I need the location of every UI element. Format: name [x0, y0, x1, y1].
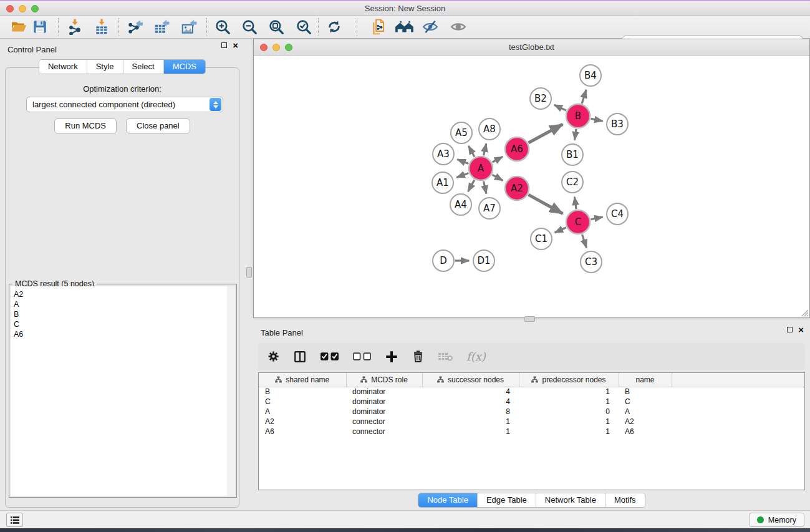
select-all-checkboxes-icon[interactable]	[320, 351, 339, 362]
node-table-container[interactable]: shared nameMCDS rolesuccessor nodesprede…	[258, 372, 805, 490]
close-panel-icon[interactable]: ×	[233, 42, 238, 48]
cell-successor_nodes[interactable]: 8	[422, 407, 519, 417]
network-graph-canvas[interactable]: B4B2BB3A5A8A6B1A3AA1C2A2A4A7C4CC1C3DD1	[254, 56, 809, 317]
refresh-layout-icon[interactable]	[326, 19, 342, 35]
zoom-selected-icon[interactable]	[296, 19, 312, 35]
cell-successor_nodes[interactable]: 4	[422, 397, 519, 407]
graph-node-C2[interactable]: C2	[562, 172, 583, 193]
cell-mcds_role[interactable]: dominator	[346, 407, 422, 417]
graph-edge-C-C1[interactable]	[555, 228, 566, 233]
cell-successor_nodes[interactable]: 4	[422, 387, 519, 397]
cell-shared_name[interactable]: B	[259, 387, 346, 397]
cell-shared_name[interactable]: A2	[259, 417, 346, 427]
table-row[interactable]: A2connector11A2	[259, 417, 804, 427]
graph-node-C1[interactable]: C1	[531, 228, 552, 249]
zoom-out-icon[interactable]	[241, 19, 258, 35]
cell-name[interactable]: A2	[619, 417, 672, 427]
cell-successor_nodes[interactable]: 1	[422, 427, 519, 437]
graph-edge-A2-C[interactable]	[528, 195, 562, 213]
graph-node-A4[interactable]: A4	[450, 194, 471, 215]
clone-network-icon[interactable]	[370, 19, 387, 35]
export-image-icon[interactable]	[181, 19, 197, 35]
graph-edge-A6-B[interactable]	[528, 124, 562, 143]
table-row[interactable]: A6connector11A6	[259, 427, 804, 437]
show-graphics-details-icon[interactable]	[450, 19, 466, 35]
export-table-icon[interactable]	[153, 19, 170, 35]
mcds-result-item[interactable]: A6	[11, 329, 235, 339]
cell-name[interactable]: B	[619, 387, 672, 397]
column-layout-icon[interactable]	[293, 350, 307, 364]
graph-edge-A-A1[interactable]	[456, 173, 468, 177]
mcds-result-item[interactable]: B	[11, 309, 235, 319]
graph-node-A1[interactable]: A1	[432, 172, 453, 193]
window-resize-grip[interactable]	[800, 308, 809, 317]
cell-shared_name[interactable]: A6	[259, 427, 346, 437]
table-row[interactable]: Adominator80A	[259, 407, 804, 417]
graph-edge-A-A8[interactable]	[484, 143, 486, 155]
tab-network[interactable]: Network	[39, 60, 87, 74]
cell-predecessor_nodes[interactable]: 1	[519, 387, 619, 397]
hide-graphics-details-icon[interactable]	[422, 19, 438, 35]
graph-node-A8[interactable]: A8	[479, 118, 500, 140]
graph-edge-A-A7[interactable]	[483, 181, 486, 194]
mcds-result-item[interactable]: A	[11, 299, 235, 309]
mcds-result-list[interactable]: A2ABCA6	[11, 286, 235, 496]
import-network-icon[interactable]	[67, 19, 83, 35]
tab-edge-table[interactable]: Edge Table	[477, 493, 536, 507]
cell-mcds_role[interactable]: connector	[346, 417, 422, 427]
graph-edge-C-C2[interactable]	[574, 197, 576, 210]
graph-edge-C-C4[interactable]	[591, 217, 603, 220]
memory-button[interactable]: Memory	[749, 513, 804, 527]
graph-node-B2[interactable]: B2	[530, 88, 551, 109]
graph-edge-C-C3[interactable]	[582, 235, 587, 248]
cell-name[interactable]: C	[619, 397, 672, 407]
graph-node-C4[interactable]: C4	[607, 203, 628, 225]
show-all-panels-icon[interactable]	[395, 19, 415, 35]
graph-edge-A-A4[interactable]	[468, 180, 475, 191]
vertical-splitter-handle[interactable]	[246, 267, 252, 278]
graph-node-A3[interactable]: A3	[433, 143, 454, 165]
graph-edge-B-B4[interactable]	[582, 90, 586, 104]
graph-edge-A-A5[interactable]	[468, 146, 475, 157]
column-header-successor-nodes[interactable]: successor nodes	[422, 373, 519, 387]
graph-node-A6[interactable]: A6	[505, 137, 529, 161]
float-table-panel-icon[interactable]	[787, 327, 793, 332]
graph-node-B[interactable]: B	[566, 104, 590, 128]
table-settings-icon[interactable]	[267, 350, 280, 363]
table-header-row[interactable]: shared nameMCDS rolesuccessor nodesprede…	[259, 373, 804, 387]
graph-node-D[interactable]: D	[433, 250, 454, 271]
column-header-MCDS-role[interactable]: MCDS role	[346, 373, 422, 387]
graph-edge-B-B1[interactable]	[574, 129, 576, 140]
mcds-result-item[interactable]: A2	[11, 289, 235, 299]
tab-network-table[interactable]: Network Table	[536, 493, 605, 507]
column-header-name[interactable]: name	[619, 373, 672, 387]
graph-node-B4[interactable]: B4	[580, 65, 601, 86]
column-header-shared-name[interactable]: shared name	[259, 373, 346, 387]
graph-node-B1[interactable]: B1	[562, 144, 583, 165]
graph-node-A2[interactable]: A2	[505, 177, 529, 200]
export-network-icon[interactable]	[127, 19, 143, 35]
graph-node-C[interactable]: C	[566, 210, 590, 234]
graph-edge-A-A3[interactable]	[457, 160, 468, 164]
cell-name[interactable]: A	[619, 407, 672, 417]
add-column-icon[interactable]	[385, 350, 398, 364]
mcds-result-item[interactable]: C	[11, 319, 235, 329]
delete-column-icon[interactable]	[412, 350, 425, 363]
graph-node-D1[interactable]: D1	[473, 250, 494, 271]
network-window-titlebar[interactable]: testGlobe.txt	[254, 39, 809, 56]
cell-successor_nodes[interactable]: 1	[422, 417, 519, 427]
tab-node-table[interactable]: Node Table	[418, 493, 477, 507]
graph-edge-A-A6[interactable]	[493, 157, 503, 162]
task-history-button[interactable]	[6, 513, 23, 527]
horizontal-splitter-handle[interactable]	[524, 316, 535, 322]
close-panel-button[interactable]: Close panel	[126, 118, 190, 133]
graph-edge-B-B3[interactable]	[591, 118, 603, 121]
graph-edge-B-B2[interactable]	[554, 105, 566, 110]
zoom-fit-icon[interactable]	[268, 19, 284, 35]
graph-node-A5[interactable]: A5	[451, 122, 472, 143]
cell-predecessor_nodes[interactable]: 0	[519, 407, 619, 417]
tab-select[interactable]: Select	[123, 60, 163, 74]
delete-table-icon[interactable]	[438, 351, 453, 362]
cell-mcds_role[interactable]: dominator	[346, 397, 422, 407]
cell-predecessor_nodes[interactable]: 1	[519, 417, 619, 427]
